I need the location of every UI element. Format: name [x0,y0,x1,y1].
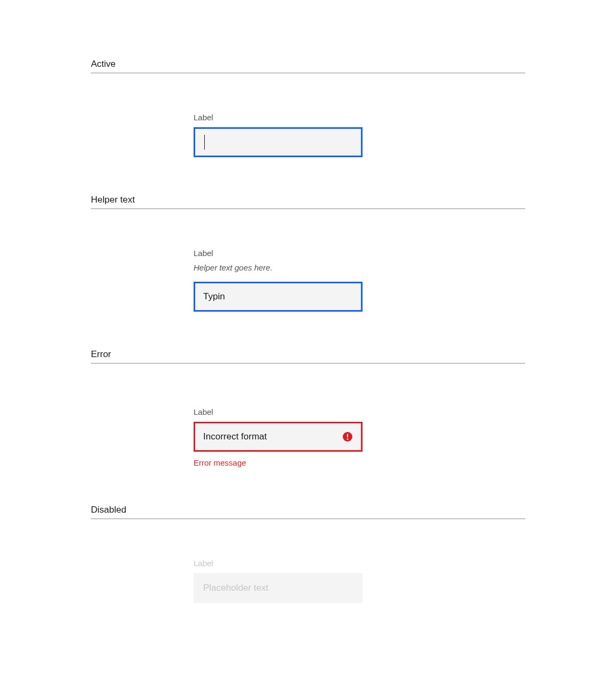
field-active: Label [194,113,363,157]
field-error: Label Error message [194,407,363,467]
label-active: Label [194,113,363,122]
section-title-disabled: Disabled [91,505,525,519]
states-spec-page: Active Label Helper text Label Helper te… [0,0,616,667]
text-input-active[interactable] [194,127,363,157]
error-message: Error message [194,458,363,467]
helper-text: Helper text goes here. [194,263,363,272]
section-title-error: Error [91,349,525,364]
label-helper: Label [194,249,363,258]
field-disabled: Label [194,559,363,603]
section-disabled: Disabled Label [91,505,525,603]
section-title-helper: Helper text [91,195,525,209]
text-input-error[interactable] [194,422,363,452]
input-error-wrap [194,422,363,452]
text-input-helper[interactable] [194,282,363,312]
section-helper-text: Helper text Label Helper text goes here. [91,195,525,312]
text-input-disabled [194,573,363,603]
section-active: Active Label [91,59,525,157]
section-title-active: Active [91,59,525,73]
label-disabled: Label [194,559,363,568]
field-helper: Label Helper text goes here. [194,249,363,312]
section-error: Error Label Error message [91,349,525,467]
label-error: Label [194,407,363,416]
